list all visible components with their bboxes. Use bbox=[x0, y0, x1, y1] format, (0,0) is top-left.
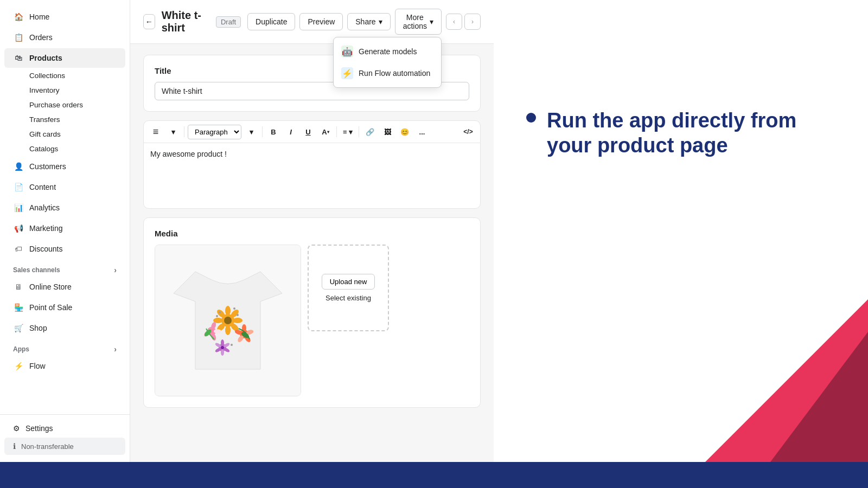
svg-point-25 bbox=[221, 339, 224, 346]
bold-button[interactable]: B bbox=[266, 124, 281, 139]
underline-button[interactable]: U bbox=[301, 124, 316, 139]
right-panel: Run the app directly from your product p… bbox=[494, 0, 868, 462]
media-item-tshirt[interactable] bbox=[155, 245, 301, 396]
para-down-button[interactable]: ▾ bbox=[244, 124, 259, 139]
sidebar-item-home[interactable]: 🏠 Home bbox=[4, 7, 125, 27]
paragraph-select[interactable]: Paragraph bbox=[188, 125, 241, 139]
info-icon: ℹ bbox=[13, 442, 16, 451]
triangle-dark bbox=[770, 332, 868, 462]
analytics-icon: 📊 bbox=[13, 202, 24, 213]
sales-channels-section: Sales channels › bbox=[0, 259, 130, 277]
toolbar-divider-4 bbox=[359, 126, 359, 137]
align-button[interactable]: ≡ ▾ bbox=[340, 124, 355, 139]
settings-icon: ⚙ bbox=[13, 424, 20, 433]
sidebar: 🏠 Home 📋 Orders 🛍 Products Collections I… bbox=[0, 0, 130, 462]
sidebar-item-online-store[interactable]: 🖥 Online Store bbox=[4, 277, 125, 297]
svg-point-6 bbox=[225, 325, 231, 335]
toolbar-divider-2 bbox=[262, 126, 263, 137]
products-icon: 🛍 bbox=[13, 53, 24, 63]
sidebar-item-customers[interactable]: 👤 Customers bbox=[4, 157, 125, 176]
expand-icon[interactable]: › bbox=[114, 266, 117, 274]
description-content[interactable]: My awesome product ! bbox=[144, 143, 480, 208]
tshirt-svg bbox=[174, 261, 282, 380]
nav-next-button[interactable]: › bbox=[464, 14, 481, 30]
share-button[interactable]: Share ▾ bbox=[347, 13, 390, 30]
svg-point-37 bbox=[231, 344, 233, 346]
media-grid: Upload new Select existing bbox=[155, 245, 469, 396]
decorative-triangles bbox=[651, 299, 868, 462]
svg-point-4 bbox=[233, 318, 242, 323]
content-area: ← White t-shirt Draft Duplicate Preview … bbox=[130, 0, 494, 462]
sidebar-item-discounts[interactable]: 🏷 Discounts bbox=[4, 239, 125, 259]
sidebar-item-products[interactable]: 🛍 Products bbox=[4, 48, 125, 68]
color-button[interactable]: A ▾ bbox=[318, 124, 333, 139]
marketing-icon: 📢 bbox=[13, 223, 24, 234]
sidebar-sub-transfers[interactable]: Transfers bbox=[4, 113, 125, 126]
sidebar-item-orders[interactable]: 📋 Orders bbox=[4, 28, 125, 47]
generate-models-icon: 🤖 bbox=[341, 46, 353, 57]
format-button[interactable]: ≡ bbox=[148, 124, 163, 139]
italic-button[interactable]: I bbox=[283, 124, 298, 139]
run-flow-item[interactable]: ⚡ Run Flow automation bbox=[334, 62, 441, 84]
description-card: ≡ ▾ Paragraph ▾ B I U A ▾ ≡ ▾ 🔗 bbox=[143, 120, 481, 209]
svg-point-13 bbox=[214, 329, 221, 333]
page-title: White t-shirt bbox=[162, 9, 209, 34]
svg-point-34 bbox=[233, 307, 235, 310]
sidebar-item-non-transferable[interactable]: ℹ Non-transferable bbox=[4, 438, 125, 455]
source-button[interactable]: </> bbox=[461, 124, 476, 139]
more-actions-button[interactable]: More actions ▾ bbox=[395, 9, 442, 35]
pos-icon: 🏪 bbox=[13, 302, 24, 313]
sidebar-item-marketing[interactable]: 📢 Marketing bbox=[4, 219, 125, 238]
bullet-text: Run the app directly from your product p… bbox=[547, 108, 796, 158]
bottom-bar bbox=[0, 462, 868, 488]
preview-button[interactable]: Preview bbox=[299, 13, 343, 30]
sidebar-item-flow[interactable]: ⚡ Flow bbox=[4, 356, 125, 376]
sidebar-item-point-of-sale[interactable]: 🏪 Point of Sale bbox=[4, 298, 125, 317]
media-upload-area[interactable]: Upload new Select existing bbox=[308, 245, 389, 331]
right-panel-content: Run the app directly from your product p… bbox=[526, 108, 835, 158]
svg-point-1 bbox=[224, 317, 232, 324]
sidebar-item-content[interactable]: 📄 Content bbox=[4, 177, 125, 197]
bullet-dot bbox=[526, 113, 536, 123]
sidebar-sub-catalogs[interactable]: Catalogs bbox=[4, 142, 125, 156]
run-flow-icon: ⚡ bbox=[341, 67, 353, 79]
sidebar-sub-gift-cards[interactable]: Gift cards bbox=[4, 127, 125, 141]
svg-point-24 bbox=[221, 346, 224, 349]
sidebar-sub-inventory[interactable]: Inventory bbox=[4, 84, 125, 97]
upload-new-button[interactable]: Upload new bbox=[322, 274, 375, 290]
tshirt-image bbox=[155, 245, 301, 396]
header-actions: Duplicate Preview Share ▾ More actions ▾… bbox=[247, 9, 481, 35]
svg-point-33 bbox=[219, 311, 221, 313]
discounts-icon: 🏷 bbox=[13, 243, 24, 254]
sidebar-item-analytics[interactable]: 📊 Analytics bbox=[4, 198, 125, 217]
select-existing-link[interactable]: Select existing bbox=[326, 294, 371, 302]
duplicate-button[interactable]: Duplicate bbox=[247, 13, 295, 30]
flow-icon: ⚡ bbox=[13, 361, 24, 371]
toolbar-divider-1 bbox=[184, 126, 184, 137]
customers-icon: 👤 bbox=[13, 161, 24, 172]
more-opts-button[interactable]: ... bbox=[414, 124, 430, 139]
link-button[interactable]: 🔗 bbox=[362, 124, 378, 139]
sidebar-item-settings[interactable]: ⚙ Settings bbox=[4, 420, 125, 437]
svg-point-35 bbox=[237, 314, 239, 316]
image-button[interactable]: 🖼 bbox=[380, 124, 395, 139]
apps-expand-icon[interactable]: › bbox=[114, 345, 117, 354]
generate-models-item[interactable]: 🤖 Generate models bbox=[334, 41, 441, 62]
page-content: Title ≡ ▾ Paragraph ▾ B I U A ▾ bbox=[130, 44, 494, 419]
home-icon: 🏠 bbox=[13, 11, 24, 22]
sidebar-sub-purchase-orders[interactable]: Purchase orders bbox=[4, 98, 125, 112]
sidebar-sub-collections[interactable]: Collections bbox=[4, 69, 125, 82]
back-button[interactable]: ← bbox=[143, 14, 155, 29]
svg-point-28 bbox=[221, 349, 224, 356]
online-store-icon: 🖥 bbox=[13, 281, 24, 292]
page-header: ← White t-shirt Draft Duplicate Preview … bbox=[130, 0, 494, 44]
sidebar-bottom: ⚙ Settings ℹ Non-transferable bbox=[0, 414, 130, 455]
orders-icon: 📋 bbox=[13, 32, 24, 43]
format-down-button[interactable]: ▾ bbox=[165, 124, 181, 139]
sidebar-item-shop[interactable]: 🛒 Shop bbox=[4, 318, 125, 338]
emoji-button[interactable]: 😊 bbox=[397, 124, 412, 139]
more-actions-dropdown: 🤖 Generate models ⚡ Run Flow automation bbox=[333, 37, 442, 88]
shop-icon: 🛒 bbox=[13, 323, 24, 333]
svg-point-2 bbox=[225, 306, 231, 316]
nav-prev-button[interactable]: ‹ bbox=[446, 14, 462, 30]
